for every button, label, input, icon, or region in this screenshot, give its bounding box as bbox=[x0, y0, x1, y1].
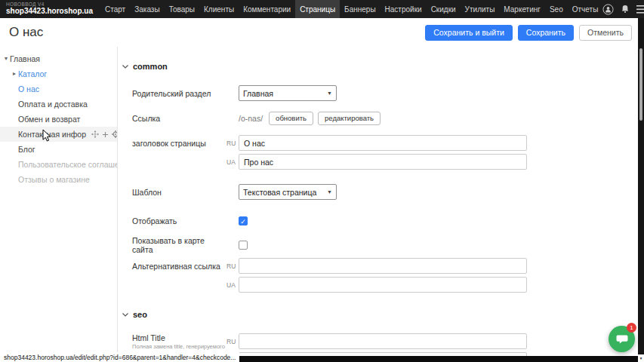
menu-item-start[interactable]: Старт bbox=[100, 0, 130, 18]
html-title-ru-input[interactable] bbox=[239, 333, 527, 349]
caret-down-icon[interactable]: ▾ bbox=[2, 51, 10, 66]
chat-unread-badge: 1 bbox=[627, 323, 636, 333]
menu-item-discounts[interactable]: Скидки bbox=[427, 0, 461, 18]
header-buttons: Сохранить и выйти Сохранить Отменить bbox=[425, 25, 638, 41]
alt-link-ru-input[interactable] bbox=[239, 258, 527, 274]
page-title-label: заголовок страницы bbox=[132, 139, 226, 148]
lang-ua-badge: UA bbox=[226, 281, 237, 289]
chat-bubble-icon bbox=[615, 333, 629, 346]
tree-item-actions bbox=[91, 130, 117, 138]
display-row: Отображать ✓ bbox=[132, 213, 630, 229]
menu-item-comments[interactable]: Комментарии bbox=[239, 0, 295, 18]
link-row: Ссылка /o-nas/ обновить редактировать bbox=[132, 110, 630, 126]
html-title-note: Полная замена title, генерируемого bbox=[132, 343, 226, 350]
sitemap-label: Показывать в карте сайта bbox=[132, 236, 226, 254]
sitemap-row: Показывать в карте сайта bbox=[132, 237, 630, 253]
tree-item-catalog[interactable]: ▸ Каталог bbox=[0, 66, 117, 81]
tree-item-main[interactable]: ▾ Главная bbox=[0, 51, 117, 66]
pages-tree-sidebar: ▾ Главная ▸ Каталог О нас Оплата и доста… bbox=[0, 47, 118, 356]
page-title-ua-row: UA bbox=[132, 154, 630, 170]
menu-item-banners[interactable]: Баннеры bbox=[340, 0, 380, 18]
alt-link-ua-row: UA bbox=[132, 277, 630, 293]
tree-item-exchange-return[interactable]: Обмен и возврат bbox=[0, 112, 117, 127]
menu-item-products[interactable]: Товары bbox=[165, 0, 199, 18]
menu-item-clients[interactable]: Клиенты bbox=[199, 0, 239, 18]
tree-item-contact-info[interactable]: Контактная инфор bbox=[0, 127, 117, 142]
chevron-down-icon bbox=[122, 65, 128, 69]
logo[interactable]: НОВОВВОД V4 shop34423.horoshop.ua bbox=[0, 2, 100, 15]
user-account-icon[interactable] bbox=[602, 4, 614, 15]
alt-link-ru-row: Альтернативная ссылка RU bbox=[132, 258, 630, 274]
tree-item-user-agreement[interactable]: Пользовательское соглашение bbox=[0, 157, 117, 172]
parent-section-select[interactable]: Главная ▼ bbox=[239, 85, 337, 101]
page-title-ua-input[interactable] bbox=[239, 154, 527, 170]
drag-move-icon[interactable] bbox=[91, 130, 99, 138]
template-label: Шаблон bbox=[132, 188, 226, 197]
menu-item-orders[interactable]: Заказы bbox=[130, 0, 164, 18]
scrollbar-down-button[interactable]: ▼ bbox=[638, 354, 644, 362]
settings-gear-icon[interactable] bbox=[112, 130, 117, 138]
parent-section-row: Родительский раздел Главная ▼ bbox=[132, 85, 630, 101]
section-common-toggle[interactable]: common bbox=[122, 62, 168, 71]
link-edit-button[interactable]: редактировать bbox=[318, 112, 381, 125]
vertical-scrollbar[interactable]: ▼ bbox=[638, 18, 644, 362]
link-refresh-button[interactable]: обновить bbox=[269, 112, 313, 125]
save-button[interactable]: Сохранить bbox=[518, 25, 574, 41]
chevron-down-icon bbox=[122, 313, 128, 317]
html-title-label: Html Title bbox=[132, 333, 165, 342]
menu-item-marketing[interactable]: Маркетинг bbox=[499, 0, 545, 18]
notifications-bell-icon[interactable] bbox=[620, 4, 630, 14]
alt-link-ua-input[interactable] bbox=[239, 277, 527, 293]
menu-item-reports[interactable]: Отчеты bbox=[568, 0, 603, 18]
tree-item-blog[interactable]: Блог bbox=[0, 142, 117, 157]
tree-item-about-us[interactable]: О нас bbox=[0, 81, 117, 97]
page-title: О нас bbox=[0, 25, 43, 40]
menu-item-seo[interactable]: Seo bbox=[545, 0, 568, 18]
menu-item-utilities[interactable]: Утилиты bbox=[461, 0, 500, 18]
menu-item-pages[interactable]: Страницы bbox=[295, 0, 340, 18]
link-label: Ссылка bbox=[132, 114, 226, 123]
alt-link-label: Альтернативная ссылка bbox=[132, 262, 226, 271]
lang-ru-badge: RU bbox=[226, 262, 237, 270]
lang-ua-badge: UA bbox=[226, 158, 237, 166]
logo-domain-label: shop34423.horoshop.ua bbox=[6, 8, 93, 16]
cancel-button[interactable]: Отменить bbox=[579, 25, 632, 41]
tree-item-payment-delivery[interactable]: Оплата и доставка bbox=[0, 97, 117, 112]
page-title-ru-row: заголовок страницы RU bbox=[132, 135, 630, 151]
caret-right-icon[interactable]: ▸ bbox=[11, 66, 18, 81]
admin-screen: НОВОВВОД V4 shop34423.horoshop.ua Старт … bbox=[0, 0, 644, 362]
display-label: Отображать bbox=[132, 216, 226, 225]
lang-ru-badge: RU bbox=[226, 338, 237, 345]
display-checkbox[interactable]: ✓ bbox=[239, 216, 248, 225]
select-caret-icon: ▼ bbox=[327, 90, 332, 96]
topbar-menu: Старт Заказы Товары Клиенты Комментарии … bbox=[100, 0, 602, 18]
link-path-value: /o-nas/ bbox=[239, 114, 263, 123]
topbar-icons bbox=[602, 4, 644, 15]
page-header: О нас Сохранить и выйти Сохранить Отмени… bbox=[0, 18, 638, 47]
tree-item-store-reviews[interactable]: Отзывы о магазине bbox=[0, 172, 117, 187]
sitemap-checkbox[interactable] bbox=[239, 241, 248, 250]
template-select[interactable]: Текстовая страница ▼ bbox=[239, 184, 337, 200]
menu-item-settings[interactable]: Настройки bbox=[381, 0, 427, 18]
page-title-ru-input[interactable] bbox=[239, 135, 527, 151]
link-preview-statusbar: shop34423.horoshop.ua/edit/edit.php?id=6… bbox=[0, 352, 239, 362]
html-title-ru-row: Html Title Полная замена title, генериру… bbox=[132, 333, 630, 349]
scrollbar-thumb[interactable] bbox=[639, 48, 642, 121]
topbar: НОВОВВОД V4 shop34423.horoshop.ua Старт … bbox=[0, 0, 644, 18]
save-and-exit-button[interactable]: Сохранить и выйти bbox=[425, 25, 513, 41]
parent-section-label: Родительский раздел bbox=[132, 89, 226, 98]
template-row: Шаблон Текстовая страница ▼ bbox=[132, 184, 630, 200]
hamburger-menu-icon[interactable] bbox=[636, 5, 644, 14]
select-caret-icon: ▼ bbox=[327, 189, 332, 195]
section-seo-toggle[interactable]: seo bbox=[122, 310, 147, 319]
chat-launcher-button[interactable]: 1 bbox=[609, 326, 635, 352]
add-page-icon[interactable] bbox=[102, 131, 109, 138]
lang-ru-badge: RU bbox=[226, 140, 237, 147]
page-edit-form: common Родительский раздел Главная ▼ Ссы… bbox=[118, 47, 638, 362]
